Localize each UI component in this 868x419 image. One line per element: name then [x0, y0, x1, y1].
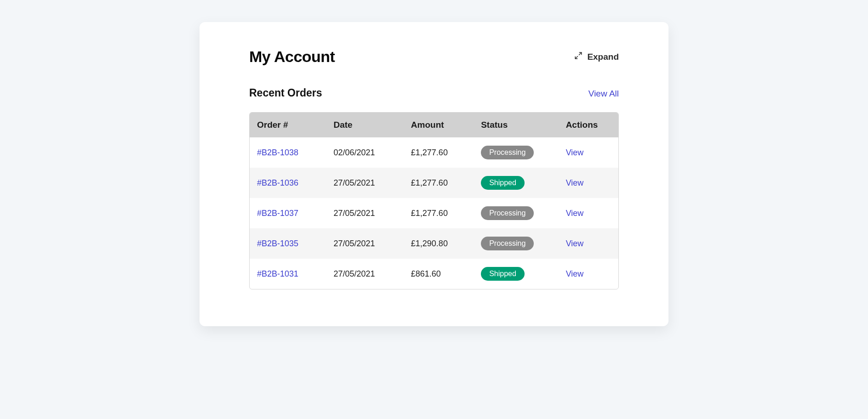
order-amount: £1,290.80 [405, 228, 474, 259]
order-date: 27/05/2021 [327, 168, 404, 198]
order-link[interactable]: #B2B-1038 [257, 148, 298, 157]
page-title: My Account [249, 48, 335, 66]
order-link[interactable]: #B2B-1037 [257, 209, 298, 218]
col-status: Status [474, 113, 559, 137]
table-row: #B2B-103127/05/2021£861.60ShippedView [250, 259, 618, 289]
order-date: 27/05/2021 [327, 198, 404, 228]
status-badge: Processing [481, 237, 534, 250]
status-badge: Processing [481, 206, 534, 220]
card-header: My Account Expand [249, 48, 619, 66]
view-order-button[interactable]: View [566, 239, 584, 249]
order-amount: £1,277.60 [405, 168, 474, 198]
order-amount: £1,277.60 [405, 198, 474, 228]
view-order-button[interactable]: View [566, 269, 584, 279]
order-date: 02/06/2021 [327, 137, 404, 168]
col-order: Order # [250, 113, 327, 137]
order-link[interactable]: #B2B-1035 [257, 239, 298, 248]
view-order-button[interactable]: View [566, 178, 584, 188]
table-row: #B2B-103727/05/2021£1,277.60ProcessingVi… [250, 198, 618, 228]
view-order-button[interactable]: View [566, 148, 584, 158]
status-badge: Processing [481, 146, 534, 159]
table-row: #B2B-103802/06/2021£1,277.60ProcessingVi… [250, 137, 618, 168]
section-title: Recent Orders [249, 87, 322, 99]
order-amount: £861.60 [405, 259, 474, 289]
orders-table-wrap: Order # Date Amount Status Actions #B2B-… [249, 112, 619, 289]
col-date: Date [327, 113, 404, 137]
view-order-button[interactable]: View [566, 209, 584, 218]
expand-button[interactable]: Expand [574, 51, 619, 62]
table-row: #B2B-103527/05/2021£1,290.80ProcessingVi… [250, 228, 618, 259]
table-row: #B2B-103627/05/2021£1,277.60ShippedView [250, 168, 618, 198]
status-badge: Shipped [481, 267, 525, 281]
svg-line-1 [576, 57, 578, 59]
order-date: 27/05/2021 [327, 259, 404, 289]
status-badge: Shipped [481, 176, 525, 190]
orders-table: Order # Date Amount Status Actions #B2B-… [250, 113, 618, 289]
order-link[interactable]: #B2B-1031 [257, 269, 298, 278]
view-all-link[interactable]: View All [588, 89, 619, 99]
col-actions: Actions [560, 113, 618, 137]
order-date: 27/05/2021 [327, 228, 404, 259]
account-card: My Account Expand Recent Orders View All… [200, 22, 668, 326]
table-header-row: Order # Date Amount Status Actions [250, 113, 618, 137]
expand-label: Expand [587, 52, 619, 62]
expand-icon [574, 51, 582, 62]
section-header: Recent Orders View All [249, 87, 619, 99]
svg-line-0 [579, 52, 582, 55]
col-amount: Amount [405, 113, 474, 137]
order-amount: £1,277.60 [405, 137, 474, 168]
order-link[interactable]: #B2B-1036 [257, 178, 298, 187]
